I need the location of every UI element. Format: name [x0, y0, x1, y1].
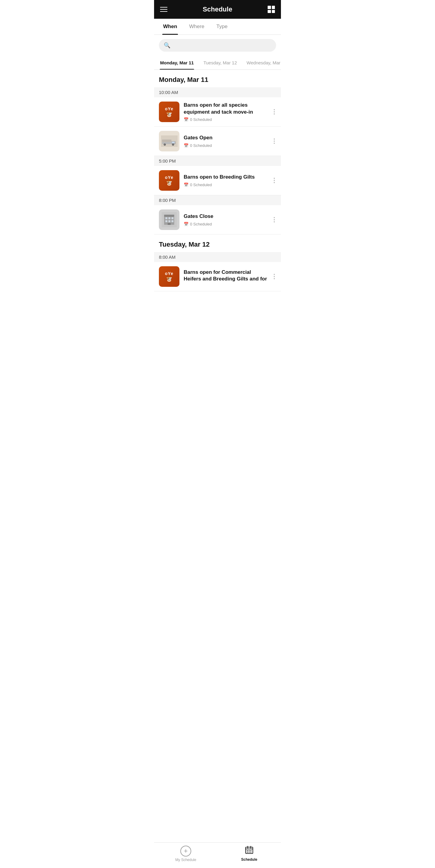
header-title: Schedule: [203, 5, 232, 13]
event-item[interactable]: oYe 🐮 Barns open to Breeding Gilts 📅 0 S…: [154, 166, 281, 195]
svg-rect-14: [172, 217, 174, 219]
event-title: Gates Close: [184, 213, 268, 220]
app-header: Schedule: [154, 0, 281, 19]
svg-rect-26: [247, 852, 248, 852]
event-scheduled: 📅 0 Scheduled: [184, 222, 268, 226]
svg-rect-25: [250, 850, 251, 851]
more-options-button[interactable]: [272, 107, 276, 117]
svg-point-7: [172, 144, 173, 145]
search-icon: 🔍: [164, 42, 170, 49]
event-title: Gates Open: [184, 134, 268, 141]
svg-rect-28: [250, 852, 251, 852]
calendar-icon: 📅: [184, 143, 189, 148]
svg-rect-18: [168, 223, 171, 225]
svg-rect-23: [247, 850, 248, 851]
tab-type[interactable]: Type: [210, 19, 234, 34]
svg-rect-15: [166, 220, 168, 222]
date-scroll-wednesday[interactable]: Wednesday, Mar 13: [242, 56, 281, 69]
grid-view-button[interactable]: [268, 6, 275, 13]
search-container: 🔍: [154, 35, 281, 56]
svg-rect-13: [169, 217, 171, 219]
svg-rect-11: [164, 215, 174, 217]
event-image-oye: oYe 🐮: [159, 266, 179, 287]
event-item[interactable]: Gates Close 📅 0 Scheduled: [154, 205, 281, 235]
time-group-800pm: 8:00 PM: [154, 195, 281, 205]
svg-point-5: [164, 144, 165, 145]
event-scheduled: 📅 0 Scheduled: [184, 117, 268, 122]
more-options-button[interactable]: [272, 215, 276, 225]
event-info: Barns open for Commercial Heifers and Br…: [184, 269, 268, 284]
day-header-tuesday: Tuesday, Mar 12: [154, 235, 281, 252]
bottom-navigation: + My Schedule Schedule: [154, 842, 281, 868]
search-bar[interactable]: 🔍: [159, 39, 276, 52]
time-group-800am: 8:00 AM: [154, 252, 281, 262]
event-item[interactable]: oYe 🐮 Barns open for all species equipme…: [154, 97, 281, 127]
event-image-truck: [159, 131, 179, 151]
calendar-icon: [245, 846, 254, 856]
search-input[interactable]: [173, 42, 271, 48]
time-group-500pm: 5:00 PM: [154, 156, 281, 166]
nav-schedule[interactable]: Schedule: [237, 846, 261, 862]
menu-button[interactable]: [160, 7, 167, 12]
event-scheduled: 📅 0 Scheduled: [184, 183, 268, 187]
event-item[interactable]: oYe 🐮 Barns open for Commercial Heifers …: [154, 262, 281, 291]
event-image-building: [159, 210, 179, 230]
day-header-monday: Monday, Mar 11: [154, 70, 281, 87]
more-options-button[interactable]: [272, 271, 276, 282]
event-info: Gates Close 📅 0 Scheduled: [184, 213, 268, 226]
date-scroll-tuesday[interactable]: Tuesday, Mar 12: [198, 56, 242, 69]
time-group-1000am: 10:00 AM: [154, 87, 281, 97]
event-title: Barns open for Commercial Heifers and Br…: [184, 269, 268, 282]
event-title: Barns open for all species equipment and…: [184, 102, 268, 115]
event-scheduled: 📅 0 Scheduled: [184, 143, 268, 148]
event-info: Barns open to Breeding Gilts 📅 0 Schedul…: [184, 174, 268, 187]
event-info: Gates Open 📅 0 Scheduled: [184, 134, 268, 148]
more-options-button[interactable]: [272, 175, 276, 186]
calendar-icon: 📅: [184, 117, 189, 122]
event-item[interactable]: Gates Open 📅 0 Scheduled: [154, 127, 281, 156]
svg-rect-12: [166, 217, 168, 219]
svg-rect-17: [172, 220, 174, 222]
svg-rect-16: [169, 220, 171, 222]
filter-tab-bar: When Where Type: [154, 19, 281, 35]
svg-rect-27: [248, 852, 249, 852]
tab-where[interactable]: Where: [183, 19, 210, 34]
calendar-icon: 📅: [184, 222, 189, 226]
event-image-oye: oYe 🐮: [159, 170, 179, 191]
date-scroll-monday[interactable]: Monday, Mar 11: [155, 56, 198, 69]
event-title: Barns open to Breeding Gilts: [184, 174, 268, 180]
more-options-button[interactable]: [272, 136, 276, 146]
event-info: Barns open for all species equipment and…: [184, 102, 268, 122]
date-scroller: Monday, Mar 11 Tuesday, Mar 12 Wednesday…: [154, 56, 281, 70]
svg-rect-8: [162, 140, 171, 142]
tab-when[interactable]: When: [157, 19, 183, 34]
svg-rect-24: [248, 850, 249, 851]
event-image-oye: oYe 🐮: [159, 101, 179, 122]
svg-rect-3: [172, 142, 175, 144]
add-circle-icon: +: [180, 846, 191, 857]
nav-my-schedule-label: My Schedule: [175, 858, 196, 862]
calendar-icon: 📅: [184, 183, 189, 187]
nav-schedule-label: Schedule: [241, 858, 257, 862]
schedule-content: Monday, Mar 11 10:00 AM oYe 🐮 Barns open…: [154, 70, 281, 315]
nav-my-schedule[interactable]: + My Schedule: [174, 846, 198, 862]
